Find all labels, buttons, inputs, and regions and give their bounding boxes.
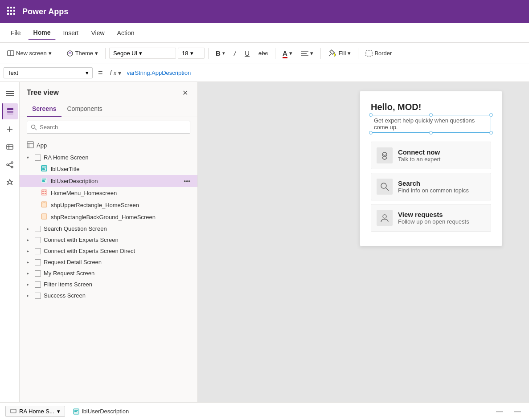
svg-rect-7 bbox=[10, 13, 12, 15]
tree-item-shp-upper[interactable]: shpUpperRectangle_HomeScreen bbox=[20, 199, 197, 211]
sidebar-connect[interactable] bbox=[2, 157, 18, 173]
border-button[interactable]: Border bbox=[362, 48, 395, 58]
minimize-button[interactable]: — bbox=[493, 407, 506, 416]
svg-rect-22 bbox=[7, 114, 13, 114]
tree-tab-components[interactable]: Components bbox=[62, 102, 107, 117]
tree-tabs: Screens Components bbox=[20, 102, 197, 117]
separator-5 bbox=[320, 48, 321, 59]
app-menu-search[interactable]: Search Find info on common topics bbox=[371, 173, 491, 200]
bold-button[interactable]: B ▾ bbox=[212, 48, 229, 59]
app-menu-view-requests[interactable]: View requests Follow up on open requests bbox=[371, 204, 491, 232]
view-requests-icon bbox=[377, 210, 393, 226]
main-layout: Tree view ✕ Screens Components bbox=[0, 82, 529, 402]
tree-item-success[interactable]: ▸ Success Screen bbox=[20, 290, 197, 301]
tree-lbl-user-desc-label: lblUserDescription bbox=[51, 178, 181, 184]
italic-button[interactable]: / bbox=[230, 48, 239, 59]
font-dropdown[interactable]: Segoe UI ▾ bbox=[109, 48, 176, 59]
font-color-chevron: ▾ bbox=[289, 50, 292, 57]
menu-item-home[interactable]: Home bbox=[28, 26, 56, 40]
strikethrough-button[interactable]: abc bbox=[255, 48, 271, 58]
connect-experts-checkbox bbox=[35, 237, 41, 243]
sidebar-add[interactable] bbox=[2, 121, 18, 137]
tree-item-lbl-user-desc[interactable]: lblUserDescription ••• bbox=[20, 175, 197, 187]
search-menu-title: Search bbox=[398, 179, 469, 187]
svg-rect-21 bbox=[7, 111, 13, 113]
tree-close-button[interactable]: ✕ bbox=[180, 87, 190, 98]
success-checkbox bbox=[35, 293, 41, 299]
request-detail-expand[interactable]: ▸ bbox=[27, 260, 32, 265]
svg-point-30 bbox=[11, 166, 13, 168]
expand-button[interactable]: — bbox=[511, 407, 524, 416]
svg-point-33 bbox=[32, 125, 35, 128]
bottom-screen-tab[interactable]: RA Home S... ▾ bbox=[5, 406, 65, 417]
bottom-bar: RA Home S... ▾ lblUserDescription — — bbox=[0, 402, 529, 420]
tree-item-home-menu[interactable]: HomeMenu_Homescreen ••• bbox=[20, 187, 197, 199]
filter-items-expand[interactable]: ▸ bbox=[27, 282, 32, 287]
separator-4 bbox=[275, 48, 275, 59]
connect-experts-expand[interactable]: ▸ bbox=[27, 237, 32, 242]
tree-request-detail-label: Request Detail Screen bbox=[44, 259, 190, 265]
menu-item-file[interactable]: File bbox=[5, 27, 26, 39]
tree-search-input[interactable] bbox=[40, 124, 186, 130]
tree-item-lbl-user-title[interactable]: lblUserTitle bbox=[20, 163, 197, 175]
underline-button[interactable]: U bbox=[241, 48, 253, 59]
font-size-dropdown[interactable]: 18 ▾ bbox=[178, 48, 205, 59]
bottom-component-tab[interactable]: lblUserDescription bbox=[69, 406, 133, 416]
connect-subtitle: Talk to an expert bbox=[398, 156, 440, 163]
my-request-expand[interactable]: ▸ bbox=[27, 271, 32, 276]
svg-rect-2 bbox=[13, 7, 15, 8]
x-label: x bbox=[113, 69, 116, 77]
lbl-user-title-icon bbox=[41, 165, 48, 173]
canvas-area: Hello, MOD! Get expert help quickly when… bbox=[198, 82, 529, 402]
svg-rect-25 bbox=[7, 145, 13, 149]
menu-item-action[interactable]: Action bbox=[112, 27, 140, 39]
theme-button[interactable]: Theme ▾ bbox=[63, 48, 102, 59]
tree-tab-screens[interactable]: Screens bbox=[27, 102, 62, 117]
formula-bar: Text ▾ = f x ▾ bbox=[0, 64, 529, 82]
tree-item-connect-experts[interactable]: ▸ Connect with Experts Screen bbox=[20, 234, 197, 245]
sidebar-layers[interactable] bbox=[2, 103, 18, 119]
tree-title: Tree view bbox=[27, 89, 59, 97]
new-screen-label: New screen bbox=[16, 50, 47, 57]
subtitle-wrapper: Get expert help quickly when questions c… bbox=[371, 115, 491, 133]
tree-item-app[interactable]: App bbox=[20, 139, 197, 152]
tree-item-request-detail[interactable]: ▸ Request Detail Screen bbox=[20, 257, 197, 268]
tree-item-ra-home-screen[interactable]: ▾ RA Home Screen bbox=[20, 152, 197, 163]
tree-item-menu-lbl-desc[interactable]: ••• bbox=[184, 178, 190, 185]
menu-item-view[interactable]: View bbox=[86, 27, 110, 39]
new-screen-button[interactable]: New screen ▾ bbox=[4, 48, 55, 59]
tree-my-request-label: My Request Screen bbox=[44, 270, 190, 277]
tree-item-shp-bg[interactable]: shpRectangleBackGround_HomeScreen bbox=[20, 211, 197, 223]
handle-tm bbox=[429, 113, 433, 117]
svg-line-49 bbox=[386, 188, 389, 191]
fill-color-button[interactable]: Fill ▾ bbox=[324, 47, 355, 60]
success-expand[interactable]: ▸ bbox=[27, 293, 32, 298]
tree-search-question-label: Search Question Screen bbox=[44, 225, 190, 232]
menu-bar: File Home Insert View Action bbox=[0, 23, 529, 43]
shp-upper-icon bbox=[41, 201, 48, 209]
formula-input[interactable] bbox=[127, 69, 525, 76]
waffle-icon[interactable] bbox=[7, 7, 15, 17]
fx-label: f bbox=[110, 69, 112, 77]
app-menu-connect[interactable]: Connect now Talk to an expert bbox=[371, 142, 491, 169]
fill-chevron: ▾ bbox=[348, 50, 351, 57]
app-title: Power Apps bbox=[22, 7, 68, 16]
menu-item-insert[interactable]: Insert bbox=[57, 27, 84, 39]
ra-home-expand-arrow[interactable]: ▾ bbox=[27, 155, 32, 160]
subtitle-selected[interactable]: Get expert help quickly when questions c… bbox=[371, 115, 491, 133]
tree-item-connect-experts-direct[interactable]: ▸ Connect with Experts Screen Direct bbox=[20, 245, 197, 257]
tree-item-my-request[interactable]: ▸ My Request Screen bbox=[20, 268, 197, 279]
handle-bl bbox=[369, 131, 373, 135]
sidebar-data[interactable] bbox=[2, 139, 18, 155]
tree-item-search-question[interactable]: ▸ Search Question Screen bbox=[20, 223, 197, 234]
sidebar-hamburger[interactable] bbox=[2, 86, 18, 102]
svg-line-31 bbox=[8, 163, 11, 164]
align-button[interactable]: ▾ bbox=[298, 48, 317, 58]
search-question-expand[interactable]: ▸ bbox=[27, 226, 32, 231]
font-color-button[interactable]: A ▾ bbox=[279, 48, 296, 59]
connect-text: Connect now Talk to an expert bbox=[398, 148, 440, 163]
sidebar-tools[interactable] bbox=[2, 175, 18, 191]
property-dropdown[interactable]: Text ▾ bbox=[4, 67, 93, 78]
connect-experts-direct-expand[interactable]: ▸ bbox=[27, 249, 32, 253]
tree-item-filter-items[interactable]: ▸ Filter Items Screen bbox=[20, 279, 197, 290]
